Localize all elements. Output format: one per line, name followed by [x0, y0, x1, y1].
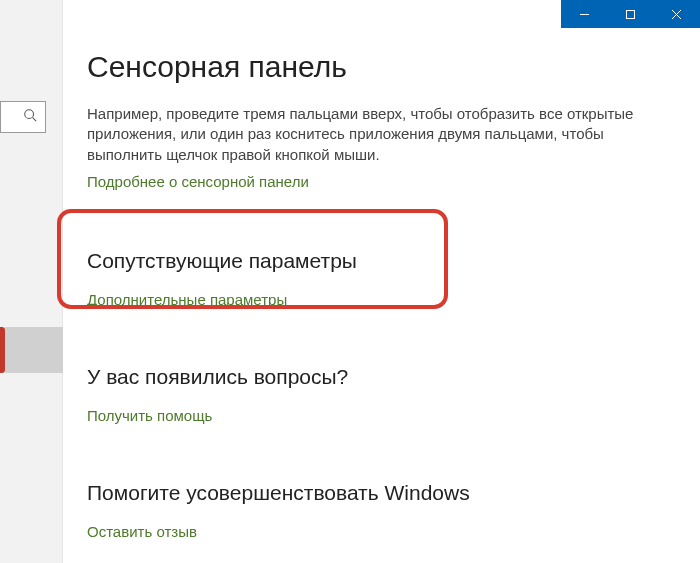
feedback-heading: Помогите усовершенствовать Windows [87, 481, 676, 505]
nav-active-item[interactable] [5, 327, 63, 373]
search-input[interactable] [0, 101, 46, 133]
additional-params-link[interactable]: Дополнительные параметры [87, 291, 287, 308]
sidebar [0, 0, 63, 563]
minimize-button[interactable] [561, 0, 607, 28]
get-help-link[interactable]: Получить помощь [87, 407, 212, 424]
feedback-link[interactable]: Оставить отзыв [87, 523, 197, 540]
related-heading: Сопутствующие параметры [87, 249, 676, 273]
svg-rect-3 [626, 10, 634, 18]
window-controls [561, 0, 700, 28]
page-description: Например, проведите тремя пальцами вверх… [87, 104, 667, 165]
main-content: Сенсорная панель Например, проведите тре… [63, 0, 700, 563]
search-icon [23, 108, 37, 126]
questions-heading: У вас появились вопросы? [87, 365, 676, 389]
learn-more-link[interactable]: Подробнее о сенсорной панели [87, 173, 309, 190]
close-button[interactable] [653, 0, 699, 28]
page-title: Сенсорная панель [87, 50, 676, 84]
svg-point-0 [25, 110, 34, 119]
maximize-button[interactable] [607, 0, 653, 28]
svg-line-1 [33, 118, 37, 122]
